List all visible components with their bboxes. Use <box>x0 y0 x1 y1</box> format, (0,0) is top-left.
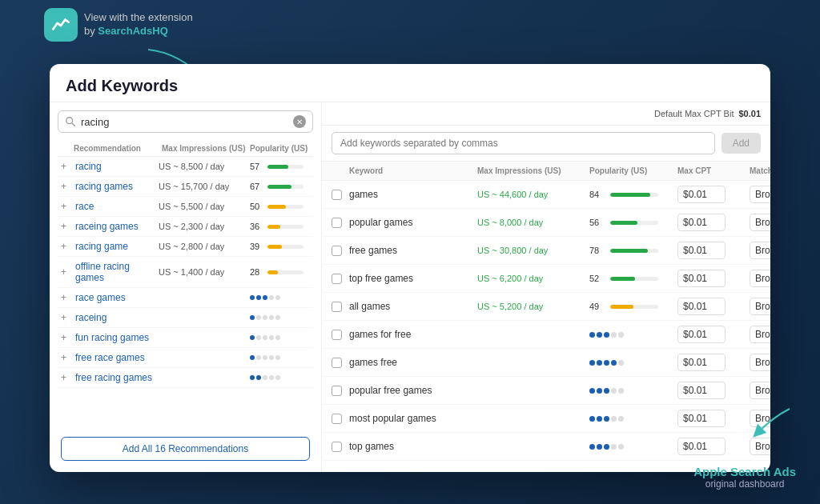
keyword-table-popularity: 84 <box>589 190 677 199</box>
keyword-impressions: US ~ 15,700 / day <box>159 182 247 191</box>
add-keyword-plus[interactable]: + <box>61 372 72 383</box>
match-type-select[interactable]: Broad▾ <box>750 270 770 287</box>
recommendation-list: +racingUS ~ 8,500 / day57+racing gamesUS… <box>58 157 313 430</box>
popularity-bar-fill <box>267 245 282 249</box>
match-type-select[interactable]: Broad▾ <box>750 242 770 259</box>
dot-filled <box>256 295 261 300</box>
header-max-cpt: Max CPT <box>677 166 750 175</box>
cpt-input[interactable] <box>677 382 726 399</box>
dot-filled <box>604 416 609 422</box>
keyword-name: raceing games <box>75 221 155 232</box>
row-checkbox[interactable] <box>332 190 342 200</box>
row-checkbox[interactable] <box>332 442 342 452</box>
cpt-input[interactable] <box>677 270 726 287</box>
row-checkbox[interactable] <box>332 274 342 284</box>
match-type-label: Broad <box>755 245 770 256</box>
add-keyword-plus[interactable]: + <box>61 221 72 232</box>
keyword-table-popularity <box>589 388 677 394</box>
row-checkbox[interactable] <box>332 218 342 228</box>
row-checkbox[interactable] <box>332 246 342 256</box>
dot-filled <box>250 315 255 320</box>
keyword-table-impressions: US ~ 30,800 / day <box>477 246 589 255</box>
add-keyword-plus[interactable]: + <box>61 292 72 303</box>
dot-empty <box>263 375 267 380</box>
clear-search-button[interactable]: ✕ <box>293 115 306 128</box>
match-type-select[interactable]: Broad▾ <box>750 298 770 315</box>
cpt-input[interactable] <box>677 354 726 371</box>
keyword-popularity: 57 <box>250 162 310 171</box>
keyword-popularity: 67 <box>250 182 310 191</box>
badge-icon <box>44 8 78 42</box>
dot-filled <box>256 375 261 380</box>
keyword-name: racing <box>75 161 155 172</box>
keyword-impressions: US ~ 5,500 / day <box>159 202 247 211</box>
add-keyword-plus[interactable]: + <box>61 201 72 212</box>
cpt-input[interactable] <box>677 326 726 343</box>
pop-bar-outer <box>610 249 658 253</box>
header-max-impressions: Max Impressions (US) <box>477 166 589 175</box>
keyword-table-name: games for free <box>349 329 477 340</box>
keyword-table-impressions: US ~ 44,600 / day <box>477 190 589 199</box>
recommendation-item: +raceUS ~ 5,500 / day50 <box>58 197 313 217</box>
left-header-recommendation: Recommendation <box>74 144 162 153</box>
add-keyword-plus[interactable]: + <box>61 181 72 192</box>
header-match-type: Match Type <box>750 166 770 175</box>
match-type-select[interactable]: Broad▾ <box>750 382 770 399</box>
add-keyword-plus[interactable]: + <box>61 332 72 343</box>
match-type-select[interactable]: Broad▾ <box>750 410 770 427</box>
match-type-select[interactable]: Broad▾ <box>750 438 770 455</box>
dot-filled <box>597 360 602 366</box>
keyword-popularity <box>250 335 310 340</box>
row-checkbox[interactable] <box>332 358 342 368</box>
cpt-input[interactable] <box>677 242 726 259</box>
cpt-input[interactable] <box>677 186 726 203</box>
search-box[interactable]: racing ✕ <box>58 110 313 133</box>
dot-empty <box>256 315 261 320</box>
dot-filled <box>250 335 255 340</box>
keyword-table-body: gamesUS ~ 44,600 / day84Broad▾✕popular g… <box>322 181 770 472</box>
keyword-table-popularity: 56 <box>589 218 677 227</box>
search-input[interactable]: racing <box>81 116 293 128</box>
keyword-name: race games <box>75 292 155 303</box>
dot-filled <box>597 388 602 394</box>
match-type-select[interactable]: Broad▾ <box>750 354 770 371</box>
keyword-table-popularity <box>589 332 677 338</box>
row-checkbox[interactable] <box>332 386 342 396</box>
add-keyword-button[interactable]: Add <box>722 133 761 154</box>
dot-empty <box>618 416 624 422</box>
keyword-table-header: Keyword Max Impressions (US) Popularity … <box>322 162 770 181</box>
add-keyword-plus[interactable]: + <box>61 161 72 172</box>
row-checkbox[interactable] <box>332 414 342 424</box>
add-keywords-input[interactable] <box>332 132 715 154</box>
left-header-impressions: Max Impressions (US) <box>162 144 250 153</box>
match-type-select[interactable]: Broad▾ <box>750 186 770 203</box>
add-keyword-plus[interactable]: + <box>61 266 72 278</box>
keyword-name: fun racing games <box>75 332 155 343</box>
keyword-table-row: most popular gamesBroad▾✕ <box>322 405 770 433</box>
keyword-table-name: most popular games <box>349 413 477 424</box>
header-popularity: Popularity (US) <box>589 166 677 175</box>
dot-filled <box>589 332 595 338</box>
dot-empty <box>256 335 261 340</box>
add-keyword-plus[interactable]: + <box>61 241 72 252</box>
row-checkbox[interactable] <box>332 330 342 340</box>
match-type-select[interactable]: Broad▾ <box>750 326 770 343</box>
cpt-input[interactable] <box>677 298 726 315</box>
dot-filled <box>589 416 595 422</box>
default-cpt-value: $0.01 <box>738 109 761 118</box>
add-keyword-plus[interactable]: + <box>61 352 72 363</box>
dot-filled <box>604 388 609 394</box>
keyword-popularity: 36 <box>250 222 310 231</box>
keyword-table-name: top free games <box>349 273 477 284</box>
outer-wrapper: View with the extension by SearchAdsHQ A… <box>0 0 820 504</box>
pop-bar-inner <box>610 305 633 309</box>
cpt-input[interactable] <box>677 410 726 427</box>
cpt-input[interactable] <box>677 214 726 231</box>
dot-rating <box>250 315 280 320</box>
cpt-input[interactable] <box>677 438 726 455</box>
keyword-table-name: all games <box>349 301 477 312</box>
add-all-button[interactable]: Add All 16 Recommendations <box>61 437 310 461</box>
add-keyword-plus[interactable]: + <box>61 312 72 323</box>
row-checkbox[interactable] <box>332 302 342 312</box>
match-type-select[interactable]: Broad▾ <box>750 214 770 231</box>
